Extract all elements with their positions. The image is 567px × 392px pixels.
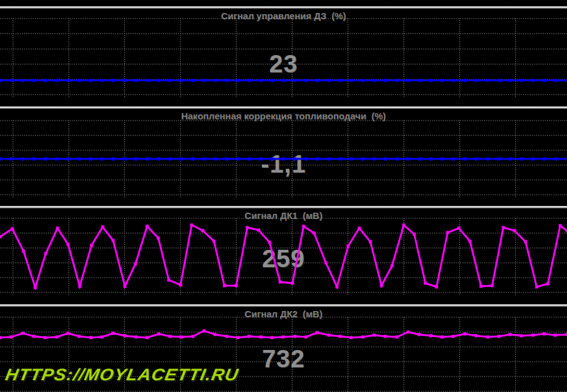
chart-panel-fuel-trim: -1,1 Накопленная коррекция топливоподачи…	[0, 109, 567, 206]
watermark-text: HTTPS://MOYLACETTI.RU	[4, 365, 240, 385]
chart-panel-throttle-control: 23 Сигнал управления ДЗ (%)	[0, 9, 567, 106]
chart-plot	[0, 9, 567, 106]
chart-plot	[0, 208, 567, 304]
diagnostic-graph-screen: 23 Сигнал управления ДЗ (%) -1,1 Накопле…	[0, 0, 567, 392]
chart-plot	[0, 109, 567, 206]
chart-panel-o2-sensor-1: 259 Сигнал ДК1 (мВ)	[0, 208, 567, 304]
